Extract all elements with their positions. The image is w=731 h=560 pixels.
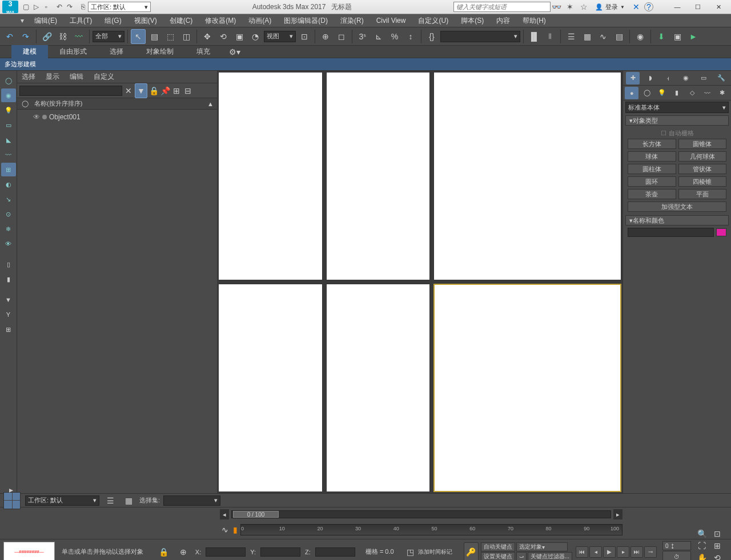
filter-frozen-icon[interactable]: ⊙ (1, 207, 16, 221)
menu-create[interactable]: 创建(C) (164, 14, 199, 27)
hierarchy-tab-icon[interactable]: ⫞ (661, 72, 675, 84)
x-input[interactable] (206, 547, 246, 557)
goto-start-icon[interactable]: ⏮ (576, 546, 588, 558)
move-button[interactable]: ✥ (200, 29, 215, 44)
ribbon-config-icon[interactable]: ⚙▾ (227, 45, 242, 59)
remove-icon[interactable]: ⊟ (183, 83, 193, 98)
curve-editor-button[interactable]: ∿ (596, 29, 610, 44)
obj-geosphere[interactable]: 几何球体 (678, 151, 727, 162)
object-name-input[interactable] (628, 228, 714, 237)
autogrid-checkbox[interactable]: ☐ 自动栅格 (628, 128, 726, 139)
funnel-icon[interactable]: ▼ (1, 293, 16, 307)
key-mode-icon[interactable]: ⊸ (644, 546, 657, 558)
login-button[interactable]: 👤 登录 ▼ (592, 3, 628, 11)
create-tab-icon[interactable]: ✚ (626, 72, 640, 84)
layer-icon[interactable]: ☰ (103, 493, 118, 508)
ribbon-tab-selection[interactable]: 选择 (98, 45, 135, 58)
ribbon-tab-populate[interactable]: 填充 (185, 45, 222, 58)
mini-curve-icon[interactable]: ∿ (220, 522, 230, 537)
geometry-icon[interactable]: ● (625, 87, 638, 99)
edit-named-sel-button[interactable]: {} (424, 29, 439, 44)
workspace-footer-dropdown[interactable]: 工作区: 默认▾ (25, 495, 99, 506)
percent-snap-button[interactable]: % (387, 29, 402, 44)
spinner-snap-button[interactable]: ↕ (403, 29, 418, 44)
viewport-top-right[interactable] (433, 72, 621, 280)
obj-pyramid[interactable]: 四棱锥 (678, 176, 727, 187)
obj-teapot[interactable]: 茶壶 (628, 189, 676, 199)
search-clear-icon[interactable]: ✕ (123, 83, 134, 98)
keyboard-shortcut-button[interactable]: ◻ (334, 29, 349, 44)
rollout-object-type[interactable]: ▾ 对象类型 (625, 115, 729, 126)
new-icon[interactable]: ▢ (21, 2, 31, 12)
render-frame-button[interactable]: ▣ (670, 29, 685, 44)
current-frame-input[interactable]: 0 ⭥ (662, 541, 691, 550)
viewport-bot-mid[interactable] (326, 284, 431, 492)
open-icon[interactable]: ▷ (31, 2, 41, 12)
angle-snap-button[interactable]: ⊾ (371, 29, 386, 44)
scene-tab-display[interactable]: 显示 (46, 72, 59, 82)
autokey-button[interactable]: 自动关键点 (481, 542, 515, 551)
maximize-button[interactable]: ☐ (688, 0, 708, 14)
select-region-button[interactable]: ⬚ (163, 29, 178, 44)
menu-customize[interactable]: 自定义(U) (412, 14, 454, 27)
object-color-swatch[interactable] (716, 228, 726, 236)
filter-spacewarps-icon[interactable]: ⊞ (1, 163, 16, 176)
exchange-icon[interactable]: ✕ (630, 2, 642, 12)
ribbon-tab-modeling[interactable]: 建模 (11, 45, 48, 58)
render-setup-button[interactable]: ⬇ (654, 29, 669, 44)
add-icon[interactable]: ⊞ (171, 83, 182, 98)
menu-group[interactable]: 组(G) (99, 14, 127, 27)
minimize-button[interactable]: — (667, 0, 688, 14)
scene-tree[interactable]: 👁 Object001 (17, 110, 217, 493)
lock-icon[interactable]: 🔒 (148, 83, 159, 98)
placement-button[interactable]: ◔ (248, 29, 263, 44)
shapes-icon[interactable]: ◯ (640, 87, 654, 99)
render-button[interactable]: ► (686, 29, 701, 44)
viewport-top-left[interactable] (218, 72, 323, 280)
modify-tab-icon[interactable]: ◗ (644, 72, 657, 84)
time-config-icon[interactable]: ⏱ (662, 551, 691, 560)
snap-toggle-button[interactable]: 3ˢ (355, 29, 370, 44)
app-menu-icon[interactable]: ▾ (17, 15, 27, 26)
filter-y-icon[interactable]: Y (1, 308, 16, 321)
menu-civil-view[interactable]: Civil View (371, 15, 412, 26)
ref-coord-dropdown[interactable]: 视图▾ (264, 31, 296, 42)
window-crossing-button[interactable]: ◫ (179, 29, 194, 44)
time-slider-prev[interactable]: ◂ (220, 509, 229, 519)
category-dropdown[interactable]: 标准基本体▾ (625, 102, 729, 113)
filter-bone-icon[interactable]: ◐ (1, 178, 16, 191)
menu-views[interactable]: 视图(V) (128, 14, 163, 27)
redo-icon[interactable]: ↷ (65, 2, 75, 12)
visibility-icon[interactable]: 👁 (33, 113, 40, 121)
scene-tab-select[interactable]: 选择 (22, 72, 35, 82)
obj-textplus[interactable]: 加强型文本 (628, 202, 726, 212)
unlink-button[interactable]: ⛓ (55, 29, 70, 44)
filter-hidden-icon[interactable]: ❄ (1, 222, 16, 236)
obj-cylinder[interactable]: 圆柱体 (628, 164, 676, 174)
obj-torus[interactable]: 圆环 (628, 176, 676, 187)
menu-content[interactable]: 内容 (491, 14, 516, 27)
zoom-extents-all-icon[interactable]: ⊞ (710, 540, 725, 551)
expand-icon[interactable]: ⊞ (1, 323, 16, 336)
utilities-tab-icon[interactable]: 🔧 (714, 72, 728, 84)
time-slider-next[interactable]: ▸ (613, 509, 622, 519)
toggle-ribbon-button[interactable]: ▦ (580, 29, 595, 44)
obj-sphere[interactable]: 球体 (628, 151, 676, 162)
key-filters-button[interactable]: 关键点过滤器... (528, 552, 572, 560)
key-tangent-icon[interactable]: ⤻ (516, 552, 527, 560)
menu-modifiers[interactable]: 修改器(M) (199, 14, 242, 27)
scene-tab-custom[interactable]: 自定义 (94, 72, 114, 82)
redo-button[interactable]: ↷ (18, 29, 33, 44)
selected-obj-dropdown[interactable]: 选定对象 ▾ (516, 542, 568, 551)
lights-icon[interactable]: 💡 (655, 87, 669, 99)
undo-button[interactable]: ↶ (2, 29, 17, 44)
view-selected-icon[interactable]: ▼ (135, 83, 147, 98)
link-icon[interactable]: ⎘ (78, 2, 88, 12)
isolate-icon[interactable]: ◳ (405, 547, 416, 557)
filter-geometry-icon[interactable]: ◉ (1, 88, 16, 102)
rotate-button[interactable]: ⟲ (216, 29, 231, 44)
tree-item[interactable]: 👁 Object001 (19, 112, 215, 122)
goto-end-icon[interactable]: ⏭ (630, 546, 643, 558)
viewport-bot-right[interactable] (433, 284, 621, 492)
bind-space-warp-button[interactable]: 〰 (71, 29, 86, 44)
